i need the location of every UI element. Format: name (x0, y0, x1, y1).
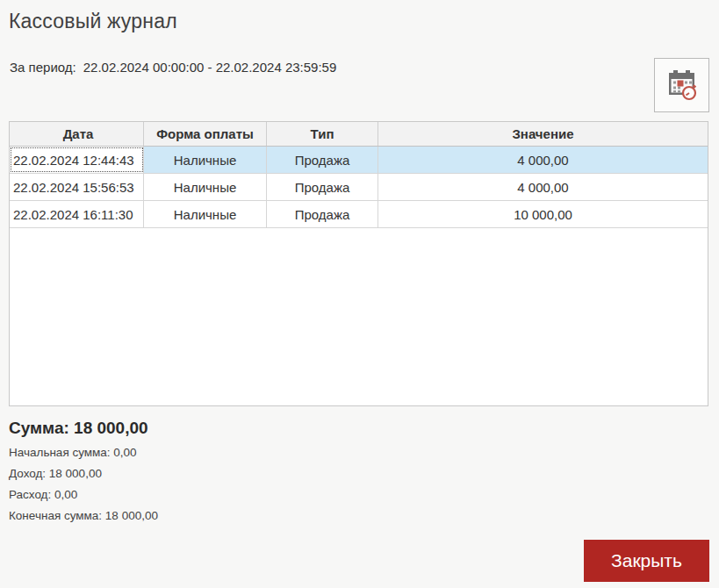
column-header-value[interactable]: Значение (378, 122, 708, 146)
summary-total: Сумма: 18 000,00 (9, 419, 148, 438)
select-period-button[interactable] (654, 58, 709, 112)
column-header-date[interactable]: Дата (10, 122, 144, 146)
calendar-clock-icon (665, 69, 699, 101)
cell-value[interactable]: 4 000,00 (378, 174, 708, 200)
cell-value[interactable]: 10 000,00 (378, 201, 708, 227)
period-text: За период:22.02.2024 00:00:00 - 22.02.20… (10, 60, 336, 75)
cell-payment-form[interactable]: Наличные (144, 147, 267, 173)
table-row[interactable]: 22.02.2024 12:44:43 Наличные Продажа 4 0… (10, 147, 708, 174)
cell-type[interactable]: Продажа (267, 201, 378, 227)
summary-line-final: Конечная сумма: 18 000,00 (9, 509, 158, 522)
period-label: За период: (10, 60, 76, 75)
summary-line-income: Доход: 18 000,00 (9, 467, 102, 480)
cell-payment-form[interactable]: Наличные (144, 174, 267, 200)
cell-date[interactable]: 22.02.2024 16:11:30 (10, 201, 144, 227)
period-range: 22.02.2024 00:00:00 - 22.02.2024 23:59:5… (83, 60, 337, 75)
close-button[interactable]: Закрыть (584, 540, 709, 582)
cell-value[interactable]: 4 000,00 (378, 147, 708, 173)
summary-total-label: Сумма: (9, 419, 69, 437)
cell-payment-form[interactable]: Наличные (144, 201, 267, 227)
summary-total-value: 18 000,00 (74, 419, 148, 437)
column-header-payment-form[interactable]: Форма оплаты (144, 122, 267, 146)
column-header-type[interactable]: Тип (267, 122, 378, 146)
table-row[interactable]: 22.02.2024 16:11:30 Наличные Продажа 10 … (10, 201, 708, 228)
cell-type[interactable]: Продажа (267, 147, 378, 173)
page-title: Кассовый журнал (9, 10, 177, 33)
summary-line-expense: Расход: 0,00 (9, 488, 77, 501)
cell-type[interactable]: Продажа (267, 174, 378, 200)
table-header: Дата Форма оплаты Тип Значение (10, 122, 708, 147)
summary-line-initial: Начальная сумма: 0,00 (9, 446, 137, 459)
journal-table: Дата Форма оплаты Тип Значение 22.02.202… (9, 121, 708, 406)
cell-date[interactable]: 22.02.2024 12:44:43 (10, 147, 144, 173)
table-row[interactable]: 22.02.2024 15:56:53 Наличные Продажа 4 0… (10, 174, 708, 201)
cell-date[interactable]: 22.02.2024 15:56:53 (10, 174, 144, 200)
